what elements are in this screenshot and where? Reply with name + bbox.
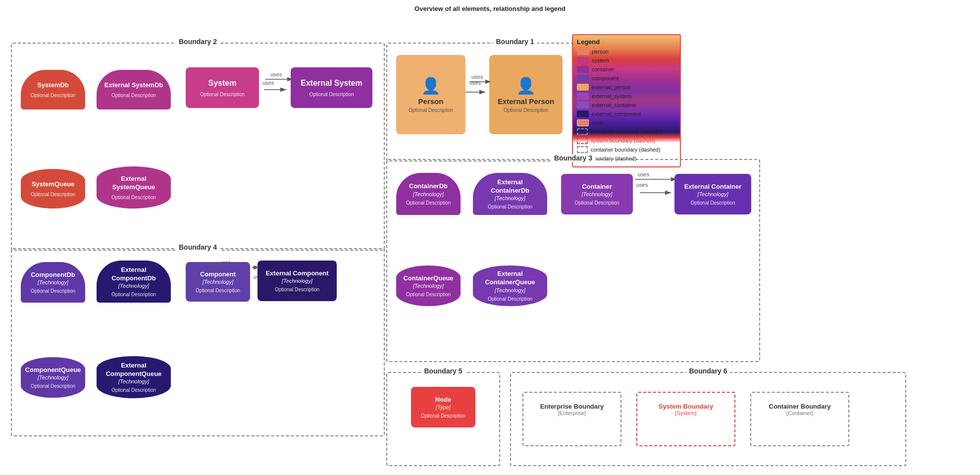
legend-system-boundary: system boundary (dashed): [577, 137, 676, 145]
legend-container: container: [577, 65, 676, 73]
container-boundary-box: Container Boundary [Container]: [750, 392, 849, 446]
uses-label-3: uses: [636, 182, 648, 188]
card-external-component: External Component [Technology] Optional…: [258, 261, 337, 301]
enterprise-boundary-sub: [Enterprise]: [523, 410, 620, 416]
card-containerqueue: ContainerQueue [Technology] Optional Des…: [396, 265, 461, 306]
boundary-6-label: Boundary 6: [686, 367, 730, 375]
page-title: Overview of all elements, relationship a…: [0, 0, 980, 15]
legend-enterprise-boundary: enterprise boundary (dashed): [577, 128, 676, 136]
legend-system: system: [577, 56, 676, 64]
system-boundary-sub: [System]: [637, 410, 734, 416]
boundary-3-label: Boundary 3: [551, 154, 595, 162]
card-external-componentqueue: External ComponentQueue [Technology] Opt…: [97, 356, 171, 398]
card-external-componentdb: External ComponentDb [Technology] Option…: [97, 261, 171, 303]
legend-component: component: [577, 74, 676, 82]
system-boundary-title: System Boundary: [637, 403, 734, 410]
uses-label-2: uses: [469, 80, 481, 86]
card-external-containerqueue: External ContainerQueue [Technology] Opt…: [473, 265, 547, 306]
card-person: 👤 Person Optional Description: [396, 55, 465, 134]
container-boundary-sub: [Container]: [751, 410, 848, 416]
legend-external-component: external_component: [577, 110, 676, 118]
main-canvas: Boundary 2 SystemDb Optional Description…: [0, 15, 980, 475]
card-systemqueue: SystemQueue Optional Description: [21, 169, 85, 209]
card-containerdb: ContainerDb [Technology] Optional Descri…: [396, 173, 461, 215]
legend-node: node: [577, 119, 676, 127]
external-person-icon: 👤: [516, 76, 536, 95]
system-boundary-box: System Boundary [System]: [636, 392, 735, 446]
legend-external-person: external_person: [577, 83, 676, 91]
person-icon: 👤: [421, 76, 441, 95]
card-external-systemdb: External SystemDb Optional Description: [97, 70, 171, 109]
legend-person: person: [577, 48, 676, 55]
card-component: Component [Technology] Optional Descript…: [186, 262, 250, 302]
uses-label-1: uses: [262, 80, 274, 86]
card-external-person: 👤 External Person Optional Description: [489, 55, 563, 134]
card-node: Node [Type] Optional Description: [411, 387, 475, 427]
enterprise-boundary-title: Enterprise Boundary: [523, 403, 620, 410]
legend-title: Legend: [577, 38, 676, 46]
boundary-2-label: Boundary 2: [176, 38, 220, 46]
enterprise-boundary-box: Enterprise Boundary [Enterprise]: [522, 392, 621, 446]
boundary-4-label: Boundary 4: [176, 243, 220, 251]
boundary-1-label: Boundary 1: [493, 38, 537, 46]
legend-box: Legend person system container component…: [572, 34, 681, 167]
card-systemdb: SystemDb Optional Description: [21, 70, 85, 109]
card-external-containerdb: External ContainerDb [Technology] Option…: [473, 173, 547, 215]
legend-external-container: external_container: [577, 101, 676, 109]
card-external-system: External System Optional Description: [291, 67, 372, 108]
card-external-systemqueue: External SystemQueue Optional Descriptio…: [97, 166, 171, 209]
container-boundary-title: Container Boundary: [751, 403, 848, 410]
boundary-5-label: Boundary 5: [421, 367, 465, 375]
legend-external-system: external_system: [577, 92, 676, 100]
card-system: System Optional Description: [186, 67, 259, 108]
card-componentdb: ComponentDb [Technology] Optional Descri…: [21, 262, 85, 303]
card-container: Container [Technology] Optional Descript…: [561, 174, 633, 214]
legend-container-boundary: container boundary (dashed): [577, 146, 676, 154]
card-componentqueue: ComponentQueue [Technology] Optional Des…: [21, 357, 85, 398]
card-external-container: External Container [Technology] Optional…: [674, 174, 751, 214]
